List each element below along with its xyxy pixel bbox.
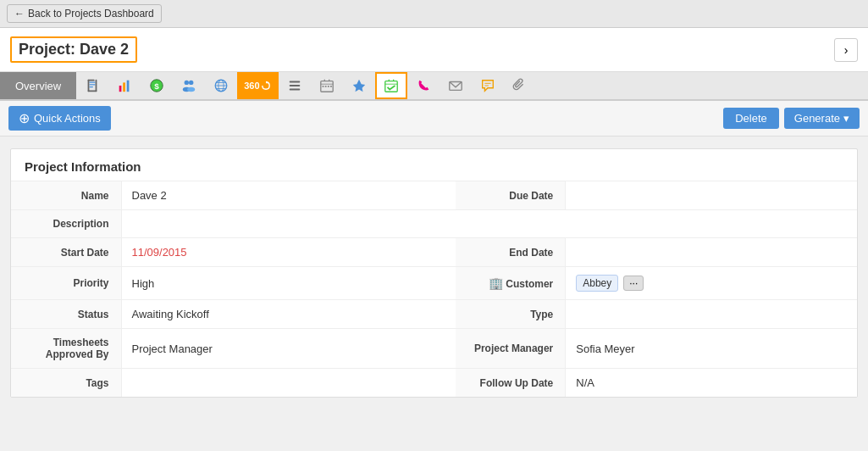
action-bar: ⊕ Quick Actions Delete Generate ▾ [0,101,868,136]
people-icon-btn[interactable] [173,72,205,99]
type-label: Type [456,300,566,329]
follow-up-date-value: N/A [566,369,857,398]
timesheets-value: Project Manager [121,329,456,369]
calendar-month-icon-btn[interactable] [311,72,343,99]
svg-rect-4 [90,82,96,83]
action-right-group: Delete Generate ▾ [723,108,860,129]
calendar-active-icon-btn[interactable] [375,72,407,99]
expand-button[interactable]: › [834,38,858,62]
paperclip-icon-btn[interactable] [504,72,536,99]
svg-point-13 [189,81,193,85]
table-row: Timesheets Approved By Project Manager P… [11,329,857,369]
description-value [121,210,857,238]
pin-icon-btn[interactable] [343,72,375,99]
svg-point-12 [185,81,189,85]
start-date-label: Start Date [11,238,121,267]
table-row: Description [11,210,857,238]
back-to-projects-button[interactable]: ← Back to Projects Dashboard [7,4,162,23]
building-icon: 🏢 [489,276,503,290]
360-icon-btn[interactable]: 360 [237,72,278,99]
svg-rect-31 [327,86,329,87]
customer-value: Abbey ··· [566,267,857,300]
dropdown-arrow-icon: ▾ [843,112,849,125]
priority-value: High [121,267,456,300]
money-icon-btn[interactable]: $ [141,72,173,99]
status-label: Status [11,300,121,329]
name-label: Name [11,181,121,210]
email-icon-btn[interactable] [440,72,472,99]
top-bar: ← Back to Projects Dashboard [0,0,868,28]
status-value: Awaiting Kickoff [121,300,456,329]
globe-icon-btn[interactable] [205,72,237,99]
customer-label: 🏢 Customer [456,267,566,300]
plus-icon: ⊕ [19,110,30,126]
arrow-left-icon: ← [14,8,25,19]
priority-label: Priority [11,267,121,300]
follow-up-date-label: Follow Up Date [456,369,566,398]
start-date-value: 11/09/2015 [121,238,456,267]
project-manager-label: Project Manager [456,329,566,369]
chart-icon-btn[interactable] [108,72,141,99]
svg-rect-24 [289,89,300,91]
toolbar: Overview $ 360 [0,72,868,101]
end-date-label: End Date [456,238,566,267]
svg-rect-5 [90,84,96,85]
svg-rect-23 [289,85,300,86]
svg-rect-22 [289,81,300,83]
project-manager-value: Sofia Meyer [566,329,857,369]
customer-cell: Abbey ··· [576,275,847,292]
due-date-value [566,181,857,210]
project-title-bar: Project: Dave 2 › [0,28,868,72]
svg-rect-8 [123,82,125,92]
timesheets-label: Timesheets Approved By [11,329,121,369]
overview-tab[interactable]: Overview [0,72,76,99]
svg-text:$: $ [154,81,159,91]
main-content: Project Information Name Dave 2 Due Date… [10,148,858,398]
tags-label: Tags [11,369,121,398]
svg-rect-32 [330,86,332,87]
project-info-table: Name Dave 2 Due Date Description Start D… [11,181,857,397]
svg-rect-30 [324,86,326,87]
svg-rect-7 [119,86,122,92]
svg-rect-1 [88,80,90,92]
svg-rect-3 [96,80,97,92]
svg-rect-29 [322,86,323,87]
svg-rect-33 [384,81,396,92]
generate-button[interactable]: Generate ▾ [784,108,860,129]
table-row: Name Dave 2 Due Date [11,181,857,210]
table-row: Start Date 11/09/2015 End Date [11,238,857,267]
back-button-label: Back to Projects Dashboard [28,8,154,19]
quick-actions-button[interactable]: ⊕ Quick Actions [8,106,111,131]
svg-rect-9 [127,81,130,92]
table-row: Priority High 🏢 Customer Abbey ··· [11,267,857,300]
list-icon-btn[interactable] [279,72,311,99]
due-date-label: Due Date [456,181,566,210]
quick-actions-label: Quick Actions [34,112,101,125]
chat-icon-btn[interactable] [472,72,504,99]
type-value [566,300,857,329]
project-title: Project: Dave 2 [10,36,137,63]
document-icon-btn[interactable] [76,72,108,99]
description-label: Description [11,210,121,238]
abbey-tag: Abbey [576,275,618,292]
generate-label: Generate [794,112,840,125]
end-date-value [566,238,857,267]
table-row: Tags Follow Up Date N/A [11,369,857,398]
name-value: Dave 2 [121,181,456,210]
svg-point-15 [187,87,195,92]
tags-value [121,369,456,398]
delete-button[interactable]: Delete [723,108,779,129]
svg-rect-6 [90,86,94,87]
section-title: Project Information [11,149,857,181]
customer-dots-button[interactable]: ··· [623,276,644,291]
table-row: Status Awaiting Kickoff Type [11,300,857,329]
phone-icon-btn[interactable] [407,72,440,99]
